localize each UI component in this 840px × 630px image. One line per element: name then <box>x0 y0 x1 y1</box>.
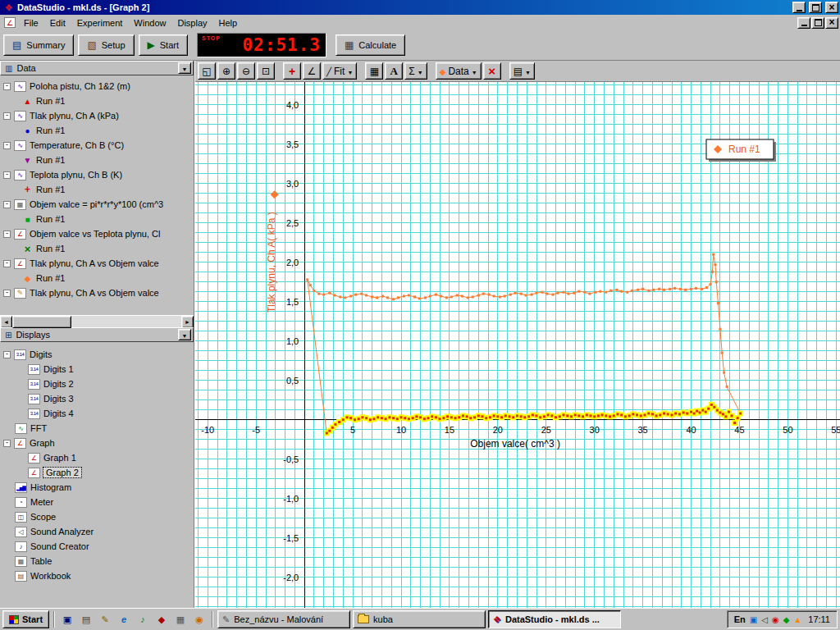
data-point[interactable] <box>641 288 644 290</box>
data-point[interactable] <box>605 414 607 417</box>
data-point[interactable] <box>712 253 714 256</box>
data-point[interactable] <box>467 296 469 299</box>
data-point[interactable] <box>601 413 604 416</box>
menu-help[interactable]: Help <box>213 16 244 30</box>
data-point[interactable] <box>543 415 546 418</box>
data-point[interactable] <box>637 289 639 291</box>
data-point[interactable] <box>682 412 685 414</box>
data-point[interactable] <box>659 413 661 416</box>
data-point[interactable] <box>647 413 650 415</box>
tree-expander[interactable] <box>3 83 11 90</box>
data-point[interactable] <box>652 289 655 291</box>
data-point[interactable] <box>705 286 708 289</box>
remove-data-button[interactable] <box>483 62 501 80</box>
data-point[interactable] <box>520 415 523 418</box>
data-point[interactable] <box>605 291 607 294</box>
tree-expander[interactable] <box>3 171 11 179</box>
data-point[interactable] <box>504 414 507 417</box>
data-point[interactable] <box>328 292 331 294</box>
data-point[interactable] <box>482 415 484 418</box>
run-item[interactable]: Run #1 <box>0 271 194 285</box>
data-point[interactable] <box>419 416 422 418</box>
data-point[interactable] <box>563 291 565 294</box>
data-point[interactable] <box>509 415 511 418</box>
data-point[interactable] <box>512 416 514 418</box>
data-point[interactable] <box>377 416 379 418</box>
scale-to-fit-button[interactable] <box>198 62 216 80</box>
quicklaunch-globe-icon[interactable]: ◉ <box>191 611 208 628</box>
quicklaunch-browser-icon[interactable]: e <box>116 611 132 628</box>
data-point[interactable] <box>322 294 325 296</box>
data-point[interactable] <box>626 291 628 294</box>
data-point[interactable] <box>632 413 634 415</box>
zoom-in-button[interactable] <box>217 62 235 80</box>
quicklaunch-notes-icon[interactable]: ✎ <box>97 611 113 628</box>
data-point[interactable] <box>369 418 372 421</box>
data-point[interactable] <box>717 302 719 304</box>
child-minimize-button[interactable] <box>797 17 810 29</box>
displays-item-digits-4[interactable]: Digits 4 <box>0 406 194 421</box>
run-item[interactable]: Run #1 <box>0 123 194 138</box>
data-point[interactable] <box>413 296 416 299</box>
text-annotation-button[interactable]: A <box>385 62 403 80</box>
data-point[interactable] <box>695 287 697 290</box>
quicklaunch-document-icon[interactable]: ▤ <box>78 611 94 628</box>
data-point[interactable] <box>546 293 548 295</box>
data-point[interactable] <box>578 414 580 417</box>
data-point[interactable] <box>392 417 395 419</box>
data-point[interactable] <box>583 291 586 294</box>
volume-icon[interactable]: ◁ <box>761 615 768 624</box>
fit-menu-button[interactable]: Fit <box>322 62 357 80</box>
data-point[interactable] <box>344 296 346 299</box>
data-item-poloha-pistu[interactable]: Poloha pistu, Ch 1&2 (m) <box>0 79 194 94</box>
data-point[interactable] <box>365 417 368 419</box>
scrollbar-thumb[interactable] <box>12 316 71 328</box>
data-point[interactable] <box>466 415 468 418</box>
data-point[interactable] <box>381 295 384 298</box>
data-point[interactable] <box>710 283 712 285</box>
data-point[interactable] <box>613 414 615 417</box>
data-point[interactable] <box>723 372 725 374</box>
data-point[interactable] <box>721 352 724 354</box>
y-axis-title[interactable]: Tlak plynu, Ch A( kPa ) <box>266 212 277 313</box>
data-point[interactable] <box>408 418 410 420</box>
data-item-tlak-vs-objem[interactable]: Tlak plynu, Ch A vs Objem valce <box>0 256 194 271</box>
data-point[interactable] <box>555 416 557 418</box>
displays-item-digits-1[interactable]: Digits 1 <box>0 362 194 377</box>
data-item-objem-vs-teplota[interactable]: Objem valce vs Teplota plynu, Cl <box>0 226 194 241</box>
quicklaunch-mail-icon[interactable]: ◆ <box>153 611 170 628</box>
displays-item-histogram[interactable]: Histogram <box>0 480 194 495</box>
data-point[interactable] <box>328 430 331 432</box>
run-item[interactable]: Run #1 <box>0 241 194 256</box>
data-point[interactable] <box>655 414 658 417</box>
data-point[interactable] <box>679 288 682 290</box>
data-point[interactable] <box>693 413 696 415</box>
tree-expander[interactable] <box>3 260 11 267</box>
data-point[interactable] <box>415 415 418 418</box>
data-point[interactable] <box>536 414 538 417</box>
task-button-paint[interactable]: Bez_názvu - Malování <box>217 610 350 628</box>
data-point[interactable] <box>644 413 646 416</box>
data-point[interactable] <box>719 328 721 331</box>
data-point[interactable] <box>617 413 619 415</box>
tree-expander[interactable] <box>3 142 11 149</box>
data-point[interactable] <box>647 290 650 292</box>
menu-edit[interactable]: Edit <box>44 16 71 30</box>
data-point[interactable] <box>499 296 501 299</box>
data-point[interactable] <box>696 410 698 413</box>
menu-file[interactable]: File <box>18 16 44 30</box>
data-point[interactable] <box>342 418 345 421</box>
data-point[interactable] <box>684 289 687 291</box>
data-point[interactable] <box>593 415 596 418</box>
data-point[interactable] <box>388 416 390 418</box>
data-point[interactable] <box>446 415 449 418</box>
data-point[interactable] <box>590 414 592 417</box>
data-point[interactable] <box>309 284 312 286</box>
tree-expander[interactable] <box>3 231 11 238</box>
data-point[interactable] <box>403 295 405 298</box>
displays-item-workbook[interactable]: Workbook <box>0 568 194 583</box>
data-point[interactable] <box>400 416 403 418</box>
data-point[interactable] <box>427 417 430 419</box>
data-point[interactable] <box>728 411 730 413</box>
data-point[interactable] <box>620 413 623 416</box>
